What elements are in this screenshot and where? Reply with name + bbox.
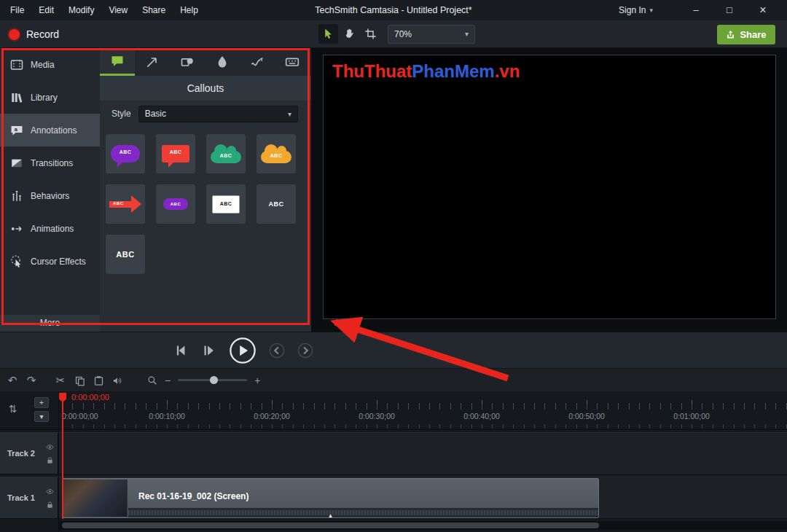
sidebar-item-transitions[interactable]: Transitions <box>0 146 100 179</box>
sidebar-item-cursor-effects[interactable]: Cursor Effects <box>0 245 100 278</box>
paste-button[interactable] <box>89 369 108 392</box>
sidebar-item-library[interactable]: Library <box>0 81 100 114</box>
sidebar-item-media[interactable]: Media <box>0 48 100 81</box>
tab-keystroke-callouts[interactable] <box>275 48 310 76</box>
track-row-1[interactable]: Track 1 Rec 01-16-19_002 (Screen) ▴ <box>0 477 787 519</box>
close-button[interactable]: × <box>746 0 780 20</box>
previous-frame-button[interactable] <box>172 343 188 359</box>
tab-shapes[interactable] <box>170 48 205 76</box>
menubar: File Edit Modify View Share Help TechSmi… <box>0 0 787 20</box>
callout-text-large[interactable]: ABC <box>106 235 145 274</box>
zoom-out-button[interactable]: − <box>165 375 171 386</box>
menu-file[interactable]: File <box>3 0 31 20</box>
callout-text: ABC <box>269 200 284 208</box>
watermark-text: ThuThuatPhanMem.vn <box>332 61 520 82</box>
sidebar-item-label: Behaviors <box>31 191 69 201</box>
ruler-label: 0:00:10;00 <box>149 412 185 420</box>
callout-orange-cloud[interactable]: ABC <box>257 134 296 173</box>
callout-gallery: ABC ABC ABC ABC <box>106 134 307 274</box>
zoom-in-button[interactable]: + <box>254 375 260 386</box>
share-button[interactable]: Share <box>717 25 775 44</box>
tab-sketch-motion[interactable] <box>240 48 275 76</box>
media-icon <box>9 58 23 71</box>
crop-tool[interactable] <box>361 24 380 44</box>
tab-blur-highlight[interactable] <box>205 48 240 76</box>
scrollbar-thumb[interactable] <box>62 523 599 528</box>
sign-in-button[interactable]: Sign In ▾ <box>619 5 653 15</box>
step-forward-icon <box>200 343 216 359</box>
sidebar-item-behaviors[interactable]: Behaviors <box>0 179 100 212</box>
callout-text: ABC <box>270 153 283 158</box>
maximize-button[interactable]: □ <box>713 0 746 20</box>
track-lock-toggle[interactable] <box>46 455 54 463</box>
main-area: Media Library a Annotations Transitions … <box>0 48 787 332</box>
track-lock-toggle[interactable] <box>46 499 54 508</box>
track-row-2[interactable]: Track 2 <box>0 432 787 474</box>
callout-red-speech-bubble[interactable]: ABC <box>156 134 195 173</box>
canvas-zoom-value: 70% <box>394 29 412 39</box>
track-2-header: Track 2 <box>0 433 58 474</box>
canvas-zoom-select[interactable]: 70% ▾ <box>388 25 475 44</box>
chevron-left-icon <box>269 343 285 359</box>
callout-text: ABC <box>170 149 182 154</box>
timeline-horizontal-scrollbar[interactable] <box>59 521 787 530</box>
tab-arrows-lines[interactable] <box>135 48 170 76</box>
lock-icon <box>46 501 54 509</box>
share-icon <box>726 30 735 39</box>
undo-button[interactable]: ↶ <box>3 369 22 392</box>
cut-button[interactable]: ✂ <box>51 369 70 392</box>
step-forward-button[interactable] <box>200 343 216 359</box>
style-select[interactable]: Basic ▾ <box>138 106 298 122</box>
sidebar-item-label: Cursor Effects <box>31 257 86 267</box>
callout-white-text-box[interactable]: ABC <box>206 184 246 224</box>
ruler-label: 0:00:00;00 <box>62 412 98 420</box>
track-name: Track 1 <box>7 493 35 502</box>
caret-down-icon: ▾ <box>465 30 469 38</box>
callout-green-cloud[interactable]: ABC <box>206 134 246 173</box>
callout-purple-pill[interactable]: ABC <box>156 184 195 224</box>
clip-expand-handle[interactable]: ▴ <box>329 512 332 518</box>
chevron-right-icon <box>297 343 313 359</box>
copy-icon <box>74 375 85 386</box>
tab-callouts[interactable] <box>100 48 135 76</box>
zoom-slider-handle[interactable] <box>210 376 218 384</box>
track-visibility-toggle[interactable] <box>45 441 55 449</box>
gutter-divider <box>58 391 59 532</box>
timeline-zoom-slider[interactable] <box>178 376 247 384</box>
annotations-panel: Callouts Style Basic ▾ ABC ABC <box>100 48 311 332</box>
track-visibility-toggle[interactable] <box>45 485 55 493</box>
play-button[interactable] <box>229 337 257 364</box>
jump-back-button[interactable] <box>269 343 285 359</box>
edit-cursor-tool[interactable] <box>318 24 338 44</box>
menu-edit[interactable]: Edit <box>31 0 61 20</box>
window-title: TechSmith Camtasia - Untitled Project* <box>315 0 471 20</box>
preview-canvas[interactable]: ThuThuatPhanMem.vn <box>323 55 776 319</box>
record-button[interactable]: Record <box>9 26 59 43</box>
pan-hand-tool[interactable] <box>340 24 359 44</box>
app-menus: File Edit Modify View Share Help <box>0 0 205 20</box>
redo-button[interactable]: ↷ <box>22 369 41 392</box>
sidebar-more-button[interactable]: More <box>0 315 100 332</box>
squiggle-icon <box>250 55 265 69</box>
jump-forward-button[interactable] <box>297 343 313 359</box>
arrow-icon <box>145 55 160 69</box>
audio-button[interactable] <box>108 369 127 392</box>
playhead-line[interactable] <box>62 393 63 519</box>
menu-view[interactable]: View <box>101 0 135 20</box>
timeline-ruler[interactable]: 0:00:00;00 0:00:00;00 0:00:10;00 0:00:20… <box>0 391 787 430</box>
copy-button[interactable] <box>70 369 89 392</box>
callout-purple-speech-bubble[interactable]: ABC <box>106 134 145 173</box>
eye-icon <box>45 443 55 451</box>
sidebar-item-animations[interactable]: Animations <box>0 212 100 245</box>
timeline-clip[interactable]: Rec 01-16-19_002 (Screen) ▴ <box>62 478 599 518</box>
clip-label: Rec 01-16-19_002 (Screen) <box>138 491 248 501</box>
sidebar-item-annotations[interactable]: a Annotations <box>0 114 100 146</box>
animations-icon <box>9 222 23 235</box>
menu-help[interactable]: Help <box>173 0 205 20</box>
callout-red-arrow[interactable]: ABC <box>106 184 145 224</box>
shapes-icon <box>180 55 195 69</box>
menu-share[interactable]: Share <box>135 0 173 20</box>
menu-modify[interactable]: Modify <box>61 0 101 20</box>
callout-text-small[interactable]: ABC <box>257 184 296 224</box>
minimize-button[interactable]: – <box>679 0 713 20</box>
